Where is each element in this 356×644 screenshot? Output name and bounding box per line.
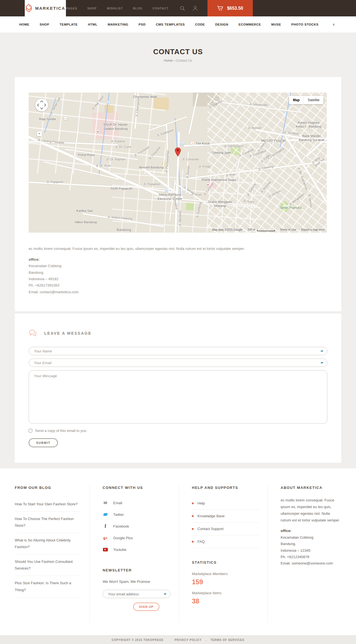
square-bullet-icon (192, 503, 194, 504)
chevrons-down-icon[interactable]: » (332, 23, 336, 26)
social-icon (103, 512, 108, 517)
newsletter-heading: NEWSLETTER (103, 568, 170, 572)
top-nav: PAGESSHOPWISHLISTBLOGCONTACT (66, 0, 169, 16)
cart-icon (217, 5, 224, 11)
map-label: Jl. Dr. Rum (96, 164, 111, 168)
map-label: Jl. Merdeka (178, 210, 182, 226)
map-label: Gedung Sate (212, 151, 231, 155)
map-label: RSUP Dr. Hasan Sadikin Bandung (100, 123, 131, 131)
menu-item[interactable]: MARKETING (108, 23, 128, 26)
statistics-heading: STATISTICS (192, 560, 259, 565)
help-heading: HELP AND SUPPORTS (192, 486, 259, 490)
menu-item[interactable]: SHOP (40, 23, 50, 26)
stat-value: 38 (192, 597, 259, 605)
send-copy-checkbox[interactable] (29, 429, 32, 432)
social-icon (103, 501, 108, 505)
map-zoom-in-button[interactable]: + (37, 131, 42, 136)
top-nav-link[interactable]: SHOP (87, 7, 97, 10)
map-label: Graha Manggala Siliwangi (206, 200, 234, 208)
map-type-map-button[interactable]: Map (289, 96, 304, 104)
user-icon[interactable] (192, 6, 198, 11)
cart-button[interactable]: $653.50 (207, 0, 253, 16)
menu-item[interactable]: PSD (139, 23, 145, 26)
menu-item[interactable]: DESIGN (215, 23, 228, 26)
square-bullet-icon (192, 528, 194, 530)
map-marker-pin[interactable] (175, 147, 181, 158)
social-link[interactable]: Facebook (103, 520, 170, 532)
search-icon[interactable] (180, 6, 185, 11)
menu-item[interactable]: CMS TEMPLATES (156, 23, 185, 26)
privacy-policy-link[interactable]: PRIVACY POLICY (174, 638, 202, 641)
pan-up-icon[interactable] (40, 100, 43, 103)
top-nav-link[interactable]: WISHLIST (107, 7, 123, 10)
send-copy-label: Send a copy of this email to you (35, 429, 86, 433)
google-map[interactable]: Champelas WalkJl. HasanudinRaja SundaRSU… (29, 93, 327, 233)
social-label: Youtube (113, 548, 126, 552)
social-link[interactable]: Google Plus (103, 532, 170, 544)
map-report-link[interactable]: Report a map error (301, 228, 325, 231)
blog-post-link[interactable]: Plus Size Fashion: Is There Such a Thing… (15, 576, 80, 597)
top-nav-link[interactable]: BLOG (133, 7, 142, 10)
stat-value: 159 (192, 578, 259, 586)
office-label: office: (29, 256, 327, 263)
pan-down-icon[interactable] (40, 106, 43, 109)
logo[interactable]: MARKETICA (25, 0, 66, 16)
newsletter-block: NEWSLETTER We Won't Spam, We Promise ✒ S… (103, 568, 170, 611)
address-line: Kecamatan Coblong (281, 534, 341, 541)
message-textarea[interactable] (29, 370, 327, 424)
footer-help-column: HELP AND SUPPORTS Help Knowladge Base (179, 486, 268, 622)
page-title: CONTACT US (0, 48, 356, 56)
top-nav-link[interactable]: CONTACT (152, 7, 169, 10)
newsletter-email-input[interactable] (103, 590, 170, 598)
square-bullet-icon (192, 515, 194, 517)
help-link[interactable]: Contact Support (192, 523, 259, 535)
signup-button[interactable]: SIGN UP (133, 603, 159, 611)
map-poi-icon: ● (180, 141, 184, 145)
stat-label: Marketplace Items (192, 591, 259, 595)
terms-link[interactable]: TERMS OF SERVICES (211, 638, 244, 641)
map-pan-control[interactable] (35, 99, 48, 111)
social-label: Email (113, 501, 122, 505)
blog-post-link[interactable]: Should You Use Fashion Consultant Servic… (15, 555, 80, 576)
logo-text: MARKETICA (35, 6, 65, 11)
map-type-satellite-button[interactable]: Satellite (304, 96, 323, 104)
social-link[interactable]: Youtube (103, 544, 170, 555)
address-line: Email. contact@marketica.com (29, 289, 327, 295)
contact-info-card: Champelas WalkJl. HasanudinRaja SundaRSU… (15, 77, 341, 311)
map-label: Bandung (117, 228, 131, 232)
stat-label: Marketplace Members (192, 572, 259, 576)
menu-item[interactable]: HOME (19, 23, 29, 26)
chat-bubbles-icon (29, 330, 37, 337)
map-attribution: Map data ©2015 Google 200 m Terms of Use… (212, 228, 325, 231)
blog-post-link[interactable]: How To Start Your Own Fashion Store? (15, 497, 80, 512)
help-label: Help (197, 501, 205, 505)
social-link[interactable]: Twitter (103, 509, 170, 520)
menu-item[interactable]: ECOMMERCE (239, 23, 261, 26)
menu-item[interactable]: PHOTO STOCKS (291, 23, 319, 26)
help-link[interactable]: FAQ (192, 535, 259, 548)
map-label: Istana Bandung Electronic Center (154, 193, 186, 201)
breadcrumb-home[interactable]: Home (164, 59, 173, 63)
map-terms-link[interactable]: Terms of Use (280, 228, 296, 231)
top-nav-link[interactable]: PAGES (66, 7, 77, 10)
pan-right-icon[interactable] (43, 103, 46, 106)
address-line: Email. someone@someone.com (281, 560, 341, 566)
blog-heading: FROM OUR BLOG (15, 486, 80, 490)
blog-post-link[interactable]: What is So Alluring About Celebrity Fash… (15, 533, 80, 555)
menu-item[interactable]: HTML (88, 23, 97, 26)
message-form-card: LEAVE A MESSAGE ✒ ✒ Send a copy of this … (15, 314, 341, 463)
name-input[interactable] (29, 347, 327, 355)
menu-item[interactable]: TEMPLATE (60, 23, 78, 26)
menu-item[interactable]: MUSE (271, 23, 281, 26)
map-scale: 200 m (248, 228, 275, 231)
help-link[interactable]: Knowladge Base (192, 510, 259, 523)
menu-item[interactable]: CODE (195, 23, 205, 26)
help-link[interactable]: Help (192, 497, 259, 510)
map-label: Jl. Bondol (248, 126, 261, 130)
blog-post-link[interactable]: How To Choose The Perfect Fashion Store? (15, 512, 80, 533)
submit-button[interactable]: SUBMIT (29, 438, 58, 447)
pan-left-icon[interactable] (37, 103, 40, 106)
map-label: Novotel Bandung (139, 165, 164, 169)
social-link[interactable]: Email (103, 497, 170, 509)
email-input[interactable] (29, 359, 327, 367)
